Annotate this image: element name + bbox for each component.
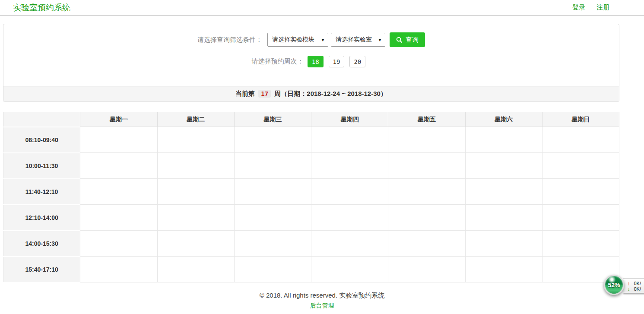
speed-ball-widget[interactable]: 52%	[604, 275, 624, 295]
time-slot-label: 08:10-09:40	[3, 127, 80, 153]
page-footer: © 2018. All rights reserved. 实验室预约系统 后台管…	[0, 292, 644, 310]
app-title[interactable]: 实验室预约系统	[13, 2, 572, 13]
timetable-slot-cell	[311, 257, 388, 282]
chevron-down-icon: ▼	[378, 38, 382, 42]
timetable-slot-cell	[542, 153, 619, 179]
filter-panel: 请选择查询筛选条件： 请选择实验模块 ▼ 请选择实验室 ▼	[3, 24, 619, 102]
timetable-slot-cell	[234, 179, 311, 205]
day-header-monday: 星期一	[80, 112, 157, 127]
time-slot-label: 10:00-11:30	[3, 153, 80, 179]
timetable-slot-cell	[465, 127, 542, 153]
filter-condition-label: 请选择查询筛选条件：	[197, 36, 262, 44]
login-link[interactable]: 登录	[572, 3, 585, 12]
network-speed-panel: ↑ 0K/ ↓ 0K/	[623, 279, 644, 293]
current-week-prefix: 当前第	[235, 90, 255, 97]
timetable-slot-cell	[388, 127, 465, 153]
module-select[interactable]: 请选择实验模块 ▼	[267, 33, 328, 47]
timetable-slot-cell	[234, 205, 311, 231]
lab-select[interactable]: 请选择实验室 ▼	[331, 33, 385, 47]
timetable-row: 14:00-15:30	[3, 231, 619, 257]
timetable-slot-cell	[157, 231, 234, 257]
timetable-slot-cell	[80, 231, 157, 257]
timetable-slot-cell	[388, 205, 465, 231]
current-week-bar: 当前第 17 周（日期：2018-12-24 ~ 2018-12-30）	[3, 86, 619, 101]
search-button[interactable]: 查询	[390, 32, 425, 47]
copyright-text: © 2018. All rights reserved. 实验室预约系统	[0, 292, 644, 300]
timetable-slot-cell	[388, 257, 465, 282]
timetable-header-row: 星期一 星期二 星期三 星期四 星期五 星期六 星期日	[3, 112, 619, 127]
day-header-tuesday: 星期二	[157, 112, 234, 127]
timetable-slot-cell	[465, 257, 542, 282]
timetable-slot-cell	[80, 127, 157, 153]
timetable-slot-cell	[388, 153, 465, 179]
timetable-slot-cell	[157, 127, 234, 153]
download-arrow-icon: ↓	[628, 286, 630, 292]
download-speed-row: ↓ 0K/	[628, 286, 644, 292]
timetable-slot-cell	[157, 179, 234, 205]
timetable-slot-cell	[311, 231, 388, 257]
time-slot-label: 11:40-12:10	[3, 179, 80, 205]
upload-speed-value: 0K/	[634, 281, 641, 286]
timetable-slot-cell	[80, 205, 157, 231]
search-button-label: 查询	[406, 36, 419, 44]
filter-panel-body: 请选择查询筛选条件： 请选择实验模块 ▼ 请选择实验室 ▼	[3, 24, 619, 86]
day-header-wednesday: 星期三	[234, 112, 311, 127]
reservation-timetable: 星期一 星期二 星期三 星期四 星期五 星期六 星期日 08:10-09:40 …	[3, 112, 619, 283]
timetable-slot-cell	[80, 257, 157, 282]
page: 实验室预约系统 登录 注册 请选择查询筛选条件： 请选择实验模块 ▼ 请选择实验…	[0, 0, 644, 314]
timetable-slot-cell	[311, 153, 388, 179]
week-select-label: 请选择预约周次：	[252, 57, 304, 66]
upload-speed-row: ↑ 0K/	[628, 281, 644, 286]
timetable-row: 15:40-17:10	[3, 257, 619, 282]
timetable-slot-cell	[465, 231, 542, 257]
timetable-row: 11:40-12:10	[3, 179, 619, 205]
top-links: 登录 注册	[572, 3, 609, 12]
timetable-slot-cell	[80, 179, 157, 205]
timetable-slot-cell	[157, 257, 234, 282]
top-navbar: 实验室预约系统 登录 注册	[0, 0, 644, 16]
week-button-18[interactable]: 18	[308, 56, 324, 67]
chevron-down-icon: ▼	[321, 38, 325, 42]
timetable-slot-cell	[157, 205, 234, 231]
timetable-slot-cell	[388, 179, 465, 205]
current-week-number-badge: 17	[258, 90, 271, 98]
timetable-slot-cell	[311, 205, 388, 231]
week-button-20[interactable]: 20	[349, 56, 365, 67]
timetable-slot-cell	[234, 153, 311, 179]
timetable-slot-cell	[542, 127, 619, 153]
day-header-friday: 星期五	[388, 112, 465, 127]
timetable-slot-cell	[234, 231, 311, 257]
filter-condition-row: 请选择查询筛选条件： 请选择实验模块 ▼ 请选择实验室 ▼	[3, 32, 619, 47]
timetable-slot-cell	[542, 205, 619, 231]
day-header-sunday: 星期日	[542, 112, 619, 127]
admin-backend-link[interactable]: 后台管理	[310, 302, 334, 310]
timetable-slot-cell	[542, 231, 619, 257]
timetable-row: 08:10-09:40	[3, 127, 619, 153]
download-speed-value: 0K/	[634, 286, 641, 292]
speed-ball-percent: 52%	[608, 282, 620, 289]
timetable-slot-cell	[311, 127, 388, 153]
magnifier-icon	[396, 37, 403, 43]
timetable-slot-cell	[542, 179, 619, 205]
current-week-suffix: 周（日期：2018-12-24 ~ 2018-12-30）	[274, 90, 387, 97]
timetable-slot-cell	[80, 153, 157, 179]
timetable-slot-cell	[465, 153, 542, 179]
timetable-row: 12:10-14:00	[3, 205, 619, 231]
week-button-19[interactable]: 19	[329, 56, 345, 67]
timetable-corner-cell	[3, 112, 80, 127]
time-slot-label: 12:10-14:00	[3, 205, 80, 231]
register-link[interactable]: 注册	[596, 3, 609, 12]
timetable-slot-cell	[234, 257, 311, 282]
time-slot-label: 14:00-15:30	[3, 231, 80, 257]
timetable-slot-cell	[388, 231, 465, 257]
day-header-saturday: 星期六	[465, 112, 542, 127]
timetable-slot-cell	[465, 205, 542, 231]
week-select-row: 请选择预约周次： 18 19 20	[3, 56, 619, 67]
day-header-thursday: 星期四	[311, 112, 388, 127]
timetable-row: 10:00-11:30	[3, 153, 619, 179]
upload-arrow-icon: ↑	[628, 281, 630, 286]
timetable-slot-cell	[465, 179, 542, 205]
timetable-slot-cell	[311, 179, 388, 205]
time-slot-label: 15:40-17:10	[3, 257, 80, 282]
module-select-value: 请选择实验模块	[272, 36, 314, 44]
